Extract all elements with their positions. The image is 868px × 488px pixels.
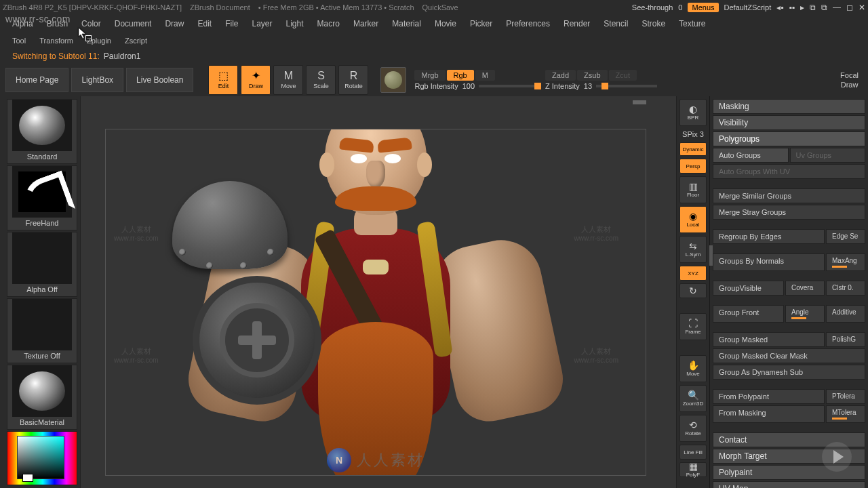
win-icon-5[interactable]: ⧉ [821, 3, 827, 12]
scroll-indicator[interactable] [633, 100, 646, 104]
floor-button[interactable]: ▥Floor [679, 176, 707, 203]
menu-preferences[interactable]: Preferences [499, 16, 557, 31]
brush-selector[interactable]: Standard [7, 99, 77, 164]
mtolera-slider[interactable]: MTolera [826, 405, 865, 423]
zsub-button[interactable]: Zsub [577, 70, 607, 81]
menu-texture[interactable]: Texture [672, 16, 712, 31]
linefill-button[interactable]: Line Fill [679, 445, 707, 460]
sv-picker[interactable] [17, 436, 64, 479]
group-masked-button[interactable]: Group Masked [713, 332, 825, 347]
menu-light[interactable]: Light [279, 16, 311, 31]
menu-stencil[interactable]: Stencil [597, 16, 635, 31]
uv-map-section[interactable]: UV Map [713, 481, 865, 488]
from-polypaint-button[interactable]: From Polypaint [713, 389, 825, 404]
menu-movie[interactable]: Movie [428, 16, 463, 31]
rgb-intensity-slider[interactable] [479, 85, 540, 87]
win-icon-3[interactable]: ▸ [800, 3, 804, 12]
menu-layer[interactable]: Layer [245, 16, 279, 31]
menu-color[interactable]: Color [75, 16, 108, 31]
m-button[interactable]: M [475, 70, 495, 81]
alpha-selector[interactable]: Alpha Off [7, 232, 77, 297]
scale-mode-button[interactable]: SScale [306, 65, 336, 95]
material-selector[interactable]: BasicMaterial [7, 365, 77, 430]
clstr-slider[interactable]: Clstr 0. [826, 281, 865, 296]
rotate-mode-button[interactable]: RRotate [338, 65, 368, 95]
auto-groups-button[interactable]: Auto Groups [713, 148, 789, 163]
focal-label[interactable]: Focal [840, 71, 859, 79]
win-icon-1[interactable]: ◂▪ [776, 3, 783, 12]
polishg-slider[interactable]: PolishG [826, 332, 865, 347]
rgb-button[interactable]: Rgb [447, 70, 474, 81]
zcut-button[interactable]: Zcut [609, 70, 637, 81]
rgb-intensity-value[interactable]: 100 [462, 82, 475, 90]
edit-mode-button[interactable]: ⬚Edit [208, 65, 238, 95]
home-page-tab[interactable]: Home Page [5, 68, 68, 92]
auto-groups-uv-button[interactable]: Auto Groups With UV [713, 164, 865, 179]
groupvisible-button[interactable]: GroupVisible [713, 281, 784, 296]
z-intensity-value[interactable]: 13 [584, 82, 592, 90]
group-front-button[interactable]: Group Front [713, 305, 784, 323]
groups-normals-button[interactable]: Groups By Normals [713, 253, 825, 271]
menu-tool[interactable]: Tool [5, 35, 33, 47]
minimize-icon[interactable]: — [833, 3, 841, 12]
gyro-button[interactable] [380, 67, 406, 93]
zoom3d-button[interactable]: 🔍Zoom3D [679, 385, 707, 412]
menu-picker[interactable]: Picker [463, 16, 499, 31]
menu-marker[interactable]: Marker [347, 16, 385, 31]
axis-button[interactable]: ↻ [679, 283, 707, 298]
angle-slider[interactable]: Angle [785, 305, 825, 323]
live-boolean-tab[interactable]: Live Boolean [126, 68, 193, 92]
merge-stray-button[interactable]: Merge Stray Groups [713, 205, 865, 220]
menu-macro[interactable]: Macro [311, 16, 347, 31]
maxang-slider[interactable]: MaxAng [826, 253, 865, 271]
group-dynamesh-button[interactable]: Group As Dynamesh Sub [713, 365, 865, 380]
win-icon-2[interactable]: ▪▪ [789, 3, 795, 12]
additive-button[interactable]: Additive [826, 305, 865, 323]
menu-zscript[interactable]: Zscript [118, 35, 154, 47]
default-zscript[interactable]: DefaultZScript [724, 3, 772, 12]
menu-render[interactable]: Render [557, 16, 597, 31]
bpr-button[interactable]: ◐BPR [679, 99, 707, 126]
maximize-icon[interactable]: ◻ [846, 3, 853, 12]
texture-selector[interactable]: Texture Off [7, 298, 77, 363]
polygroups-section[interactable]: Polygroups [713, 131, 865, 146]
polyf-button[interactable]: ▦PolyF [679, 462, 707, 477]
menu-edit[interactable]: Edit [191, 16, 218, 31]
merge-similar-button[interactable]: Merge Similar Groups [713, 188, 865, 203]
menu-transform[interactable]: Transform [33, 35, 80, 47]
menu-document[interactable]: Document [108, 16, 159, 31]
viewport[interactable]: 人人素材www.rr-sc.com 人人素材www.rr-sc.com 人人素材… [105, 129, 646, 476]
close-icon[interactable]: ✕ [859, 3, 865, 12]
local-button[interactable]: ◉Local [679, 206, 707, 233]
lightbox-tab[interactable]: LightBox [71, 68, 123, 92]
lsym-button[interactable]: ⇆L.Sym [679, 236, 707, 263]
visibility-section[interactable]: Visibility [713, 115, 865, 130]
xyz-button[interactable]: XYZ [679, 266, 707, 281]
stroke-selector[interactable]: FreeHand [7, 165, 77, 230]
dynamic-button[interactable]: Dynamic [679, 142, 707, 156]
quicksave-button[interactable]: QuickSave [422, 3, 458, 12]
regroup-edges-button[interactable]: Regroup By Edges [713, 229, 825, 244]
win-icon-4[interactable]: ⧉ [810, 3, 816, 12]
move-mode-button[interactable]: MMove [273, 65, 303, 95]
color-picker[interactable] [7, 431, 77, 485]
zadd-button[interactable]: Zadd [545, 70, 576, 81]
rotate-viewport-button[interactable]: ⟲Rotate [679, 415, 707, 442]
coverage-slider[interactable]: Covera [785, 281, 825, 296]
from-masking-button[interactable]: From Masking [713, 405, 825, 423]
menu-material[interactable]: Material [385, 16, 428, 31]
menus-button[interactable]: Menus [688, 3, 718, 12]
group-masked-clear-button[interactable]: Group Masked Clear Mask [713, 348, 865, 363]
menu-draw[interactable]: Draw [158, 16, 191, 31]
draw-mode-label[interactable]: Draw [841, 81, 859, 89]
draw-mode-button[interactable]: ✦Draw [241, 65, 271, 95]
z-intensity-slider[interactable] [596, 85, 657, 87]
spix-label[interactable]: SPix 3 [681, 129, 705, 140]
ptolera-slider[interactable]: PTolera [826, 389, 865, 404]
menu-file[interactable]: File [218, 16, 245, 31]
persp-button[interactable]: Persp [679, 159, 707, 174]
menu-stroke[interactable]: Stroke [635, 16, 672, 31]
masking-section[interactable]: Masking [713, 99, 865, 114]
frame-button[interactable]: ⛶Frame [679, 313, 707, 340]
right-scrollbar[interactable] [709, 245, 713, 266]
